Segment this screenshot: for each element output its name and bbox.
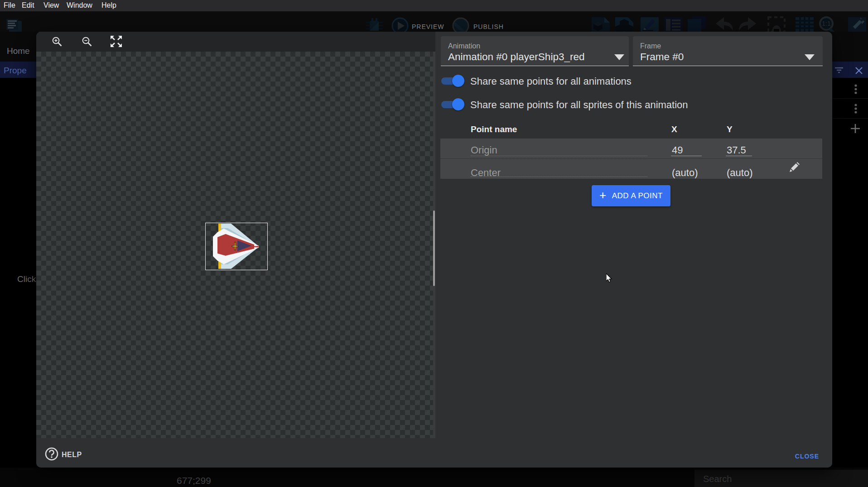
svg-text:1:1: 1:1 xyxy=(822,20,831,27)
